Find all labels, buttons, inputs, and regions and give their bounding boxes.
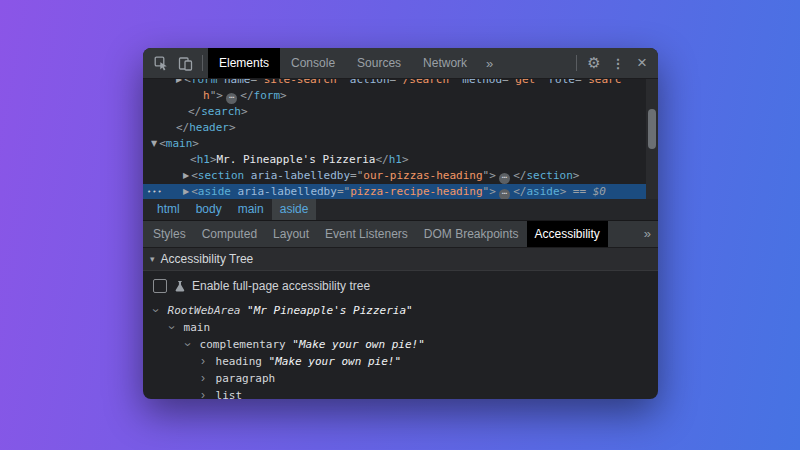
close-icon[interactable]: × [630,50,654,76]
toolbar-divider [576,55,577,71]
kebab-menu-icon[interactable]: ⋮ [606,50,630,76]
code-punctuation: > [229,121,236,134]
code-punctuation: "> [483,169,496,182]
code-punctuation: =" [337,185,350,198]
dom-tree-node[interactable]: <h1>Mr. Pineapple's Pizzeria</h1> [143,152,658,168]
inspect-element-icon[interactable] [149,50,173,76]
dom-tree-node[interactable]: ▼<main> [143,136,658,152]
code-punctuation: =" [575,79,588,86]
inline-expand-button[interactable]: … [499,173,510,184]
code-punctuation: < [191,185,198,198]
expand-arrow-icon: ▶ [183,171,189,180]
code-tag-name: section [527,169,573,182]
code-punctuation: =" [250,79,263,86]
breadcrumb: htmlbodymainaside [143,199,658,221]
breadcrumb-item-main[interactable]: main [230,199,272,220]
experiment-flask-icon [173,280,186,293]
a11y-tree-node-complementary[interactable]: › complementary "Make your own pie!" [143,336,658,353]
inline-expand-button[interactable]: … [226,93,237,104]
code-punctuation: < [190,153,197,166]
a11y-tree-node-rootwebarea[interactable]: › RootWebArea "Mr Pineapple's Pizzeria" [143,302,658,319]
scrollbar-thumb[interactable] [648,109,656,149]
code-attribute-name: aria-labelledby [231,185,337,198]
a11y-tree-node-paragraph[interactable]: › paragraph [143,370,658,387]
chevron-down-icon[interactable]: › [147,305,164,317]
dom-tree-node[interactable]: •••▶<aside aria-labelledby="pizza-recipe… [143,184,658,199]
accessibility-tree-section-header[interactable]: ▾ Accessibility Tree [143,248,658,271]
code-tag-name: h1 [197,153,210,166]
expand-arrow-icon: ▶ [183,187,189,196]
sidebar-tab-bar: StylesComputedLayoutEvent ListenersDOM B… [143,221,658,248]
code-attribute-name: aria-labelledby [244,169,350,182]
chevron-down-icon[interactable]: › [163,322,180,334]
code-punctuation: > [573,169,580,182]
code-punctuation: =" [350,169,363,182]
breadcrumb-item-html[interactable]: html [149,199,188,220]
inline-expand-button[interactable]: … [499,189,510,199]
expand-arrow-icon: ▼ [151,139,157,148]
code-punctuation: </ [240,89,253,102]
code-tag-name: form [191,79,218,86]
a11y-tree-node-heading[interactable]: › heading "Make your own pie!" [143,353,658,370]
tab-network[interactable]: Network [412,48,478,78]
code-tag-name: main [166,137,193,150]
breadcrumb-item-aside[interactable]: aside [272,199,317,220]
settings-gear-icon[interactable]: ⚙ [582,50,606,76]
code-punctuation: =" [390,79,403,86]
code-attribute-value: site-search [264,79,337,86]
a11y-tree-node-list[interactable]: › list [143,387,658,399]
code-attribute-value: our-pizzas-heading [363,169,482,182]
code-text: Mr. Pineapple's Pizzeria [217,153,376,166]
a11y-role: paragraph [209,372,275,385]
dom-tree-node[interactable]: ▶<section aria-labelledby="our-pizzas-he… [143,168,658,184]
a11y-role: complementary [193,338,286,351]
dom-tree-node[interactable]: ▶<form name="site-search" action="/searc… [143,79,658,88]
code-punctuation: </ [375,153,388,166]
code-punctuation: < [159,137,166,150]
more-panels-icon[interactable]: » [478,56,501,71]
dom-tree-node[interactable]: </search> [143,104,658,120]
scrollbar-track[interactable] [646,79,658,199]
code-punctuation: " [535,79,542,86]
dom-tree: ▶<form name="site-search" action="/searc… [143,79,658,199]
code-punctuation: "> [210,89,223,102]
chevron-down-icon[interactable]: › [179,339,196,351]
toolbar-right-group: ⚙ ⋮ × [571,50,654,76]
toolbar-divider [202,55,203,71]
sidebar-tab-dom-breakpoints[interactable]: DOM Breakpoints [416,221,527,247]
device-toolbar-icon[interactable] [173,50,197,76]
more-sidebar-tabs-icon[interactable]: » [637,221,658,247]
code-tag-name: header [189,121,229,134]
tab-elements[interactable]: Elements [208,48,280,78]
chevron-right-icon[interactable]: › [197,387,209,399]
code-attribute-value: h [203,89,210,102]
dom-tree-node[interactable]: </header> [143,120,658,136]
code-tag-name: search [201,105,241,118]
tab-console[interactable]: Console [280,48,346,78]
code-punctuation: </ [513,169,526,182]
tab-sources[interactable]: Sources [346,48,412,78]
code-punctuation: </ [513,185,526,198]
sidebar-tab-accessibility[interactable]: Accessibility [527,221,608,247]
devtools-window: ElementsConsoleSourcesNetwork » ⚙ ⋮ × ▶<… [143,48,658,399]
code-punctuation: < [191,169,198,182]
chevron-right-icon[interactable]: › [197,353,209,370]
chevron-right-icon[interactable]: › [197,370,209,387]
sidebar-tabs: StylesComputedLayoutEvent ListenersDOM B… [145,221,608,247]
code-punctuation: < [184,79,191,86]
sidebar-tab-layout[interactable]: Layout [265,221,317,247]
sidebar-tab-event-listeners[interactable]: Event Listeners [317,221,416,247]
sidebar-tab-styles[interactable]: Styles [145,221,194,247]
code-attribute-value: get [515,79,535,86]
a11y-tree-node-main[interactable]: › main [143,319,658,336]
code-tag-name: aside [527,185,560,198]
dom-tree-node[interactable]: h">…</form> [143,88,658,104]
enable-fullpage-a11y-row: Enable full-page accessibility tree [143,273,658,299]
code-attribute-value: /search [403,79,449,86]
sidebar-tab-computed[interactable]: Computed [194,221,265,247]
code-punctuation: " [449,79,456,86]
breadcrumb-item-body[interactable]: body [188,199,230,220]
enable-fullpage-a11y-checkbox[interactable] [153,279,167,293]
a11y-role: RootWebArea [161,304,240,317]
node-menu-dots-icon[interactable]: ••• [147,184,163,199]
